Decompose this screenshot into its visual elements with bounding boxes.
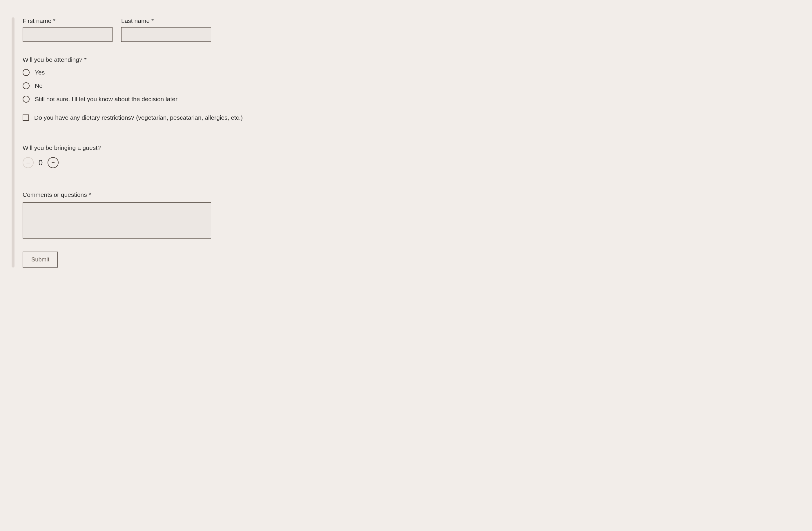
radio-icon (23, 69, 30, 76)
attending-option-yes[interactable]: Yes (23, 69, 418, 76)
dietary-label: Do you have any dietary restrictions? (v… (34, 114, 243, 121)
form-content: First name * Last name * Will you be att… (23, 17, 418, 267)
comments-label: Comments or questions * (23, 191, 418, 198)
attending-option-no[interactable]: No (23, 82, 418, 89)
guest-section: Will you be bringing a guest? – 0 + (23, 144, 418, 168)
first-name-label: First name * (23, 17, 113, 24)
radio-option-label: No (35, 82, 43, 89)
left-accent-bar (12, 17, 14, 267)
comments-textarea[interactable] (23, 202, 211, 238)
guest-label: Will you be bringing a guest? (23, 144, 418, 151)
last-name-group: Last name * (121, 17, 211, 42)
radio-option-label: Yes (35, 69, 45, 76)
first-name-group: First name * (23, 17, 113, 42)
first-name-input[interactable] (23, 27, 113, 42)
attending-option-unsure[interactable]: Still not sure. I'll let you know about … (23, 95, 418, 103)
guest-stepper: – 0 + (23, 157, 418, 168)
radio-icon (23, 95, 30, 103)
last-name-label: Last name * (121, 17, 211, 24)
comments-section: Comments or questions * (23, 191, 418, 240)
checkbox-icon (23, 115, 29, 121)
dietary-checkbox[interactable]: Do you have any dietary restrictions? (v… (23, 114, 418, 121)
guest-count: 0 (38, 158, 44, 167)
guest-increment-button[interactable]: + (47, 157, 59, 168)
radio-icon (23, 82, 30, 89)
submit-button[interactable]: Submit (23, 252, 58, 267)
attending-label: Will you be attending? * (23, 56, 418, 63)
guest-decrement-button[interactable]: – (23, 157, 34, 168)
name-row: First name * Last name * (23, 17, 418, 42)
rsvp-form: First name * Last name * Will you be att… (12, 17, 418, 267)
radio-option-label: Still not sure. I'll let you know about … (35, 95, 177, 103)
last-name-input[interactable] (121, 27, 211, 42)
attending-group: Will you be attending? * Yes No Still no… (23, 56, 418, 103)
